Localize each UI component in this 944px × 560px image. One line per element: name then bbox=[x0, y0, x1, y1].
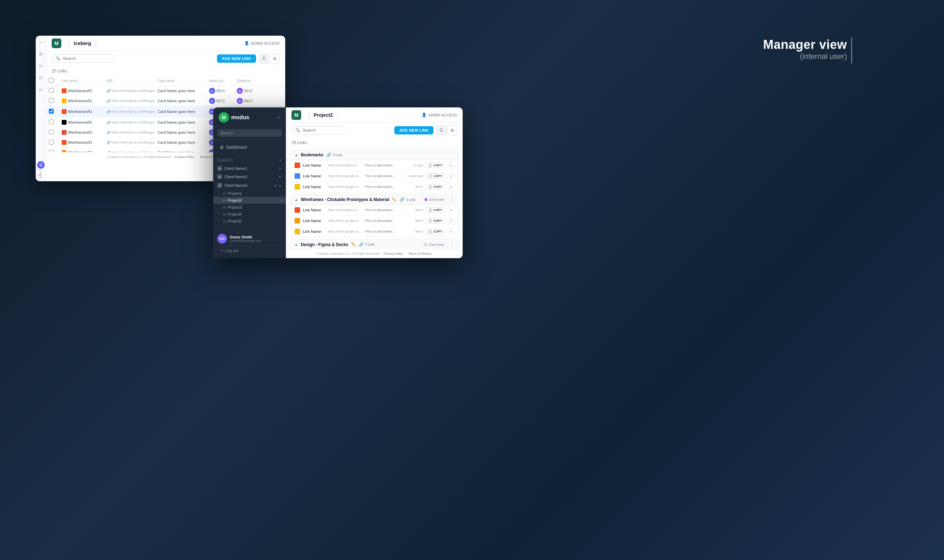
project5-label: Project5 bbox=[228, 219, 241, 223]
project-list-view-button[interactable]: ☰ bbox=[436, 125, 446, 135]
design-more-icon[interactable]: ⋮ bbox=[450, 242, 454, 247]
project-logo: M bbox=[291, 110, 301, 120]
sidebar-collapse-button[interactable]: ‹‹ bbox=[278, 115, 280, 120]
sidebar-grid-icon[interactable]: ⊞ bbox=[37, 50, 45, 58]
dashboard-icon: ⊞ bbox=[220, 145, 223, 150]
sidebar-folder3-icon[interactable]: 🗂 bbox=[37, 86, 45, 93]
row-checkbox-3[interactable] bbox=[49, 120, 54, 125]
project-admin-access-button[interactable]: 👤 ADMIN ACCESS bbox=[422, 112, 457, 117]
link-favicon-0 bbox=[295, 163, 300, 168]
dashboard-nav-item[interactable]: ⊞ Dashboard bbox=[217, 143, 282, 152]
iceberg-add-link-button[interactable]: ADD NEW LINK bbox=[217, 54, 256, 63]
project-grid-view-button[interactable]: ⊞ bbox=[447, 125, 457, 135]
project2-item[interactable]: ⊟ Project2 › bbox=[213, 197, 286, 204]
copy-icon-2: 📋 bbox=[428, 185, 432, 189]
link-delete-button-1[interactable]: ✕ bbox=[448, 173, 454, 179]
project1-item[interactable]: ⊟ Project1 bbox=[213, 190, 286, 197]
project4-item[interactable]: ⊟ Project4 bbox=[213, 211, 286, 218]
sidebar-user-avatar[interactable]: G bbox=[37, 161, 45, 169]
link-url-0: https://www.figma.com/file/qjysvsp4TMNKK… bbox=[328, 163, 362, 167]
col-card-name: Card name ↓ bbox=[155, 76, 206, 86]
sidebar-folder2-icon[interactable]: 🗁 bbox=[37, 74, 45, 82]
link-copy-button-0[interactable]: 📋COPY bbox=[426, 163, 445, 168]
link-copy-button-0[interactable]: 📋COPY bbox=[426, 207, 445, 213]
iceberg-dots-icon[interactable]: ⋮ bbox=[66, 40, 72, 46]
row-edited-avatar-1: B bbox=[237, 98, 243, 104]
wireframes-chevron-icon[interactable]: ▲ bbox=[295, 198, 298, 202]
row-checkbox-1[interactable] bbox=[49, 98, 54, 103]
modus-logo-text: modus bbox=[231, 114, 249, 121]
project5-item[interactable]: ⊟ Project5 bbox=[213, 218, 286, 225]
copy-icon-1: 📋 bbox=[428, 174, 432, 178]
design-chevron-icon[interactable]: ▲ bbox=[295, 243, 298, 246]
project-terms-link[interactable]: Terms of Service bbox=[408, 252, 432, 255]
iceberg-logo: M bbox=[52, 38, 61, 48]
project-view-toggle: ☰ ⊞ bbox=[436, 125, 457, 135]
sidebar-logout-icon[interactable]: ↪ bbox=[37, 172, 41, 178]
iceberg-search-input[interactable] bbox=[63, 56, 110, 61]
design-edit-icon[interactable]: ✏️ bbox=[351, 242, 356, 247]
client-name3-item[interactable]: 🗀 Client Name3 + ▲ bbox=[213, 181, 286, 190]
link-favicon-0 bbox=[295, 207, 300, 213]
sidebar-chevron-icon[interactable]: ›› bbox=[37, 38, 45, 46]
wireframes-links: Link Name https://www.figma.com/file/qjy… bbox=[291, 205, 458, 237]
client3-chevron-icon: ▲ bbox=[278, 184, 282, 188]
link-copy-button-2[interactable]: 📋COPY bbox=[426, 184, 445, 189]
link-delete-button-0[interactable]: ✕ bbox=[448, 207, 454, 213]
project-search-input[interactable] bbox=[217, 129, 282, 137]
iceberg-title-dots-icon[interactable]: ⋮ bbox=[93, 40, 99, 46]
project1-icon: ⊟ bbox=[223, 192, 226, 195]
wireframes-more-icon[interactable]: ⋮ bbox=[450, 197, 454, 202]
wireframes-edit-icon[interactable]: ✏️ bbox=[392, 197, 397, 202]
row-name-1: WireframesR1 bbox=[68, 99, 92, 103]
copy-icon-1: 📋 bbox=[428, 219, 432, 223]
row-added-avatar-0: A bbox=[209, 88, 215, 94]
design-card: ▲ Design - Figma & Decks ✏️ 🔗 3 Link 🖥 C… bbox=[290, 239, 458, 249]
project-add-link-button[interactable]: ADD NEW LINK bbox=[394, 126, 434, 134]
modus-logo: M modus bbox=[219, 112, 249, 123]
row-checkbox-0[interactable] bbox=[49, 88, 54, 93]
project2-label: Project2 bbox=[228, 198, 241, 202]
link-url-2: https://drive.google.com/drive/folders/1… bbox=[328, 185, 362, 189]
client-name1-item[interactable]: 🗀 Client Name1 ▼ bbox=[213, 164, 286, 172]
link-url-1: https://docs.google.com/presentation/d/1… bbox=[328, 174, 362, 178]
sidebar-folder-icon[interactable]: 🗀 bbox=[37, 62, 45, 70]
link-copy-button-1[interactable]: 📋COPY bbox=[426, 173, 445, 179]
client-name2-item[interactable]: 🗀 Client Name2 ▼ bbox=[213, 172, 286, 181]
user-name: Grace Smith bbox=[230, 235, 261, 239]
iceberg-admin-access-button[interactable]: 👤 ADMIN ACCESS bbox=[244, 41, 280, 45]
row-checkbox-5[interactable] bbox=[49, 140, 54, 145]
project-privacy-link[interactable]: Privacy Policy bbox=[384, 252, 403, 255]
iceberg-select-all-checkbox[interactable] bbox=[49, 78, 54, 83]
link-copy-button-1[interactable]: 📋COPY bbox=[426, 218, 445, 223]
link-favicon-1 bbox=[295, 173, 300, 179]
iceberg-links-count: 25 Links bbox=[46, 66, 285, 76]
add-project-to-client3-button[interactable]: + bbox=[274, 183, 277, 188]
bookmarks-chevron-icon[interactable]: ▲ bbox=[295, 153, 298, 157]
project3-item[interactable]: ⊟ Project3 bbox=[213, 204, 286, 211]
link-delete-button-2[interactable]: ✕ bbox=[448, 184, 454, 190]
project2-chevron-icon: › bbox=[281, 198, 282, 202]
link-delete-button-1[interactable]: ✕ bbox=[448, 218, 454, 224]
row-card-3: Card Name goes here bbox=[155, 117, 206, 128]
row-checkbox-6[interactable] bbox=[49, 150, 54, 152]
project-search-input[interactable] bbox=[303, 128, 340, 133]
link-desc-2: This is a description... bbox=[364, 185, 403, 189]
iceberg-grid-view-button[interactable]: ⊞ bbox=[270, 54, 280, 63]
link-delete-button-0[interactable]: ✕ bbox=[448, 162, 454, 168]
logout-button[interactable]: ↪ Log out bbox=[217, 246, 282, 255]
link-copy-button-2[interactable]: 📋COPY bbox=[426, 229, 445, 234]
row-checkbox-4[interactable] bbox=[49, 129, 54, 134]
project3-icon: ⊟ bbox=[223, 206, 226, 209]
link-row: Link Name https://www.figma.com/file/qjy… bbox=[291, 205, 458, 215]
link-delete-button-2[interactable]: ✕ bbox=[448, 228, 454, 235]
row-checkbox-2[interactable] bbox=[49, 109, 54, 114]
project-title-dots-icon[interactable]: ⋮ bbox=[335, 112, 340, 118]
iceberg-privacy-link[interactable]: Privacy Policy bbox=[175, 155, 194, 159]
iceberg-list-view-button[interactable]: ☰ bbox=[259, 54, 269, 63]
row-name-3: WireframesR1 bbox=[68, 120, 92, 125]
add-client-button[interactable]: + bbox=[278, 157, 282, 163]
design-client-view-badge: 🖥 Client view bbox=[421, 242, 447, 247]
project-dots-icon[interactable]: ⋮ bbox=[306, 112, 312, 118]
link-row: Link Name https://docs.google.com/presen… bbox=[291, 171, 458, 182]
